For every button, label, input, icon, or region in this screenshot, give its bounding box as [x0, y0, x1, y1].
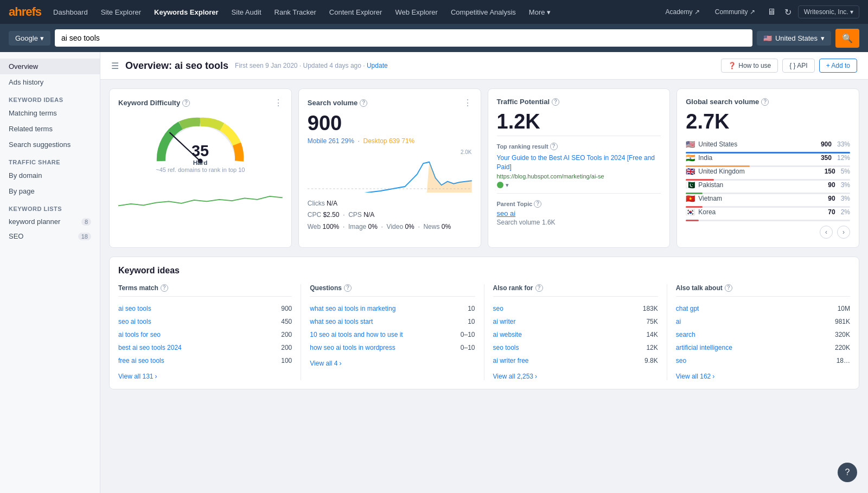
nav-competitive-analysis[interactable]: Competitive Analysis — [445, 6, 521, 18]
ki-row: how seo ai tools in wordpress 0–10 — [310, 341, 475, 354]
ki-col-info[interactable]: ? — [725, 284, 732, 292]
sv-menu-icon[interactable]: ⋮ — [463, 98, 472, 108]
sidebar-item-related-terms[interactable]: Related terms — [0, 121, 100, 137]
sidebar-item-matching-terms[interactable]: Matching terms — [0, 105, 100, 121]
sidebar-list-seo[interactable]: SEO 18 — [0, 229, 100, 244]
nav-more[interactable]: More ▾ — [524, 6, 556, 18]
kd-card-title: Keyword Difficulty ? — [118, 99, 190, 107]
help-button[interactable]: ? — [838, 463, 857, 482]
page-title: Overview: ai seo tools — [125, 60, 228, 72]
search-engine-selector[interactable]: Google ▾ — [9, 31, 50, 46]
user-account[interactable]: Writesonic, Inc. ▾ — [798, 5, 859, 18]
ki-keyword-link[interactable]: free ai seo tools — [118, 357, 277, 364]
tp-info-icon[interactable]: ? — [552, 98, 559, 106]
menu-icon[interactable]: ☰ — [111, 61, 119, 71]
kd-info-icon[interactable]: ? — [182, 99, 190, 107]
ki-keyword-link[interactable]: artificial intelligence — [676, 344, 831, 351]
ki-keyword-link[interactable]: ai writer free — [493, 357, 641, 364]
nav-content-explorer[interactable]: Content Explorer — [324, 6, 388, 18]
nav-site-audit[interactable]: Site Audit — [226, 6, 267, 18]
nav-rank-tracker[interactable]: Rank Tracker — [269, 6, 322, 18]
ki-view-all-link[interactable]: View all 4 › — [310, 360, 475, 367]
parent-topic-info[interactable]: ? — [534, 200, 541, 208]
sidebar-item-by-page[interactable]: By page — [0, 183, 100, 199]
nav-dashboard[interactable]: Dashboard — [48, 6, 93, 18]
sidebar-item-search-suggestions[interactable]: Search suggestions — [0, 137, 100, 152]
how-to-use-button[interactable]: ❓ How to use — [721, 59, 778, 73]
top-result-link[interactable]: Your Guide to the Best AI SEO Tools in 2… — [497, 153, 661, 172]
ki-keyword-link[interactable]: what seo ai tools in marketing — [310, 305, 463, 312]
ki-keyword-val: 12K — [646, 344, 658, 351]
add-to-button[interactable]: + Add to — [819, 59, 857, 73]
top-ranking-label: Top ranking result ? — [497, 143, 661, 150]
update-link[interactable]: Update — [367, 62, 388, 69]
svg-text:35: 35 — [192, 142, 209, 159]
ki-col-info[interactable]: ? — [161, 284, 168, 292]
ki-keyword-link[interactable]: search — [676, 331, 831, 338]
nav-keywords-explorer[interactable]: Keywords Explorer — [149, 6, 224, 18]
list-name-keyword-planner: keyword planner — [9, 217, 60, 226]
gauge-svg: 35 Hard — [151, 112, 249, 166]
keyword-search-input[interactable] — [55, 29, 752, 47]
sidebar-section-keyword-ideas: Keyword ideas — [0, 90, 100, 105]
ki-keyword-link[interactable]: how seo ai tools in wordpress — [310, 344, 456, 351]
keyword-ideas-section: Keyword ideas Terms match ? ai seo tools… — [109, 257, 859, 389]
sv-chart-ymax: 2.0K — [461, 149, 472, 155]
ki-keyword-link[interactable]: seo ai tools — [118, 318, 277, 325]
nav-academy[interactable]: Academy ↗ — [660, 6, 705, 18]
gsv-next-button[interactable]: › — [837, 226, 850, 239]
refresh-icon[interactable]: ↻ — [782, 5, 794, 20]
sidebar-item-ads-history[interactable]: Ads history — [0, 74, 100, 90]
ki-view-all-link[interactable]: View all 131 › — [118, 373, 292, 380]
ki-keyword-link[interactable]: seo — [676, 357, 832, 364]
ki-keyword-link[interactable]: seo tools — [493, 344, 642, 351]
api-button[interactable]: { } API — [782, 59, 814, 73]
nav-community[interactable]: Community ↗ — [710, 6, 761, 18]
nav-web-explorer[interactable]: Web Explorer — [390, 6, 443, 18]
parent-topic-link[interactable]: seo ai — [497, 209, 661, 217]
ki-view-all-link[interactable]: View all 162 › — [676, 373, 850, 380]
ki-view-all-link[interactable]: View all 2,253 › — [493, 373, 658, 380]
kd-menu-icon[interactable]: ⋮ — [274, 98, 283, 108]
sidebar-item-by-domain[interactable]: By domain — [0, 168, 100, 183]
ki-col-info[interactable]: ? — [535, 284, 543, 292]
gsv-prev-button[interactable]: ‹ — [820, 226, 833, 239]
monitor-icon[interactable]: 🖥 — [765, 5, 778, 19]
ki-keyword-link[interactable]: best ai seo tools 2024 — [118, 344, 277, 351]
list-count-seo: 18 — [78, 233, 91, 240]
ki-keyword-link[interactable]: what seo ai tools start — [310, 318, 463, 325]
ki-keyword-link[interactable]: seo — [493, 305, 639, 312]
search-volume-card: Search volume ? ⋮ 900 Mobile 261 29% · D… — [298, 88, 481, 248]
country-selector[interactable]: 🇺🇸 United States ▾ — [757, 31, 831, 46]
sv-info-icon[interactable]: ? — [360, 99, 367, 107]
country-vol: 150 — [825, 168, 835, 175]
ki-keyword-link[interactable]: ai writer — [493, 318, 642, 325]
ki-col-3: Also talk about ? chat gpt 10M ai 981K s… — [667, 284, 850, 380]
ki-keyword-link[interactable]: ai — [676, 318, 831, 325]
ki-keyword-link[interactable]: ai seo tools — [118, 305, 277, 312]
nav-site-explorer[interactable]: Site Explorer — [95, 6, 146, 18]
video-pct: 0% — [405, 223, 414, 231]
ki-keyword-val: 320K — [835, 331, 850, 338]
search-button[interactable]: 🔍 — [835, 29, 859, 48]
sidebar-item-overview[interactable]: Overview — [0, 59, 100, 74]
gsv-info-icon[interactable]: ? — [761, 98, 769, 106]
ki-keyword-val: 10 — [468, 305, 475, 312]
cpc-label: CPC — [308, 211, 321, 219]
ki-col-info[interactable]: ? — [344, 284, 352, 292]
ki-keyword-link[interactable]: chat gpt — [676, 305, 833, 312]
ki-row: ai website 14K — [493, 328, 658, 341]
sidebar-list-keyword-planner[interactable]: keyword planner 8 — [0, 214, 100, 229]
ki-col-title: Terms match ? — [118, 284, 292, 297]
ki-keyword-link[interactable]: ai website — [493, 331, 642, 338]
clicks-val: N/A — [327, 200, 337, 207]
ki-keyword-link[interactable]: 10 seo ai tools and how to use it — [310, 331, 456, 338]
ki-keyword-val: 75K — [646, 318, 658, 325]
ki-row: seo 18… — [676, 354, 850, 367]
cps-val: N/A — [363, 211, 374, 219]
ki-col-2: Also rank for ? seo 183K ai writer 75K a… — [484, 284, 667, 380]
ki-keyword-link[interactable]: ai tools for seo — [118, 331, 277, 338]
list-count-keyword-planner: 8 — [81, 218, 91, 226]
ki-row: seo ai tools 450 — [118, 315, 292, 328]
top-ranking-info[interactable]: ? — [550, 143, 558, 150]
